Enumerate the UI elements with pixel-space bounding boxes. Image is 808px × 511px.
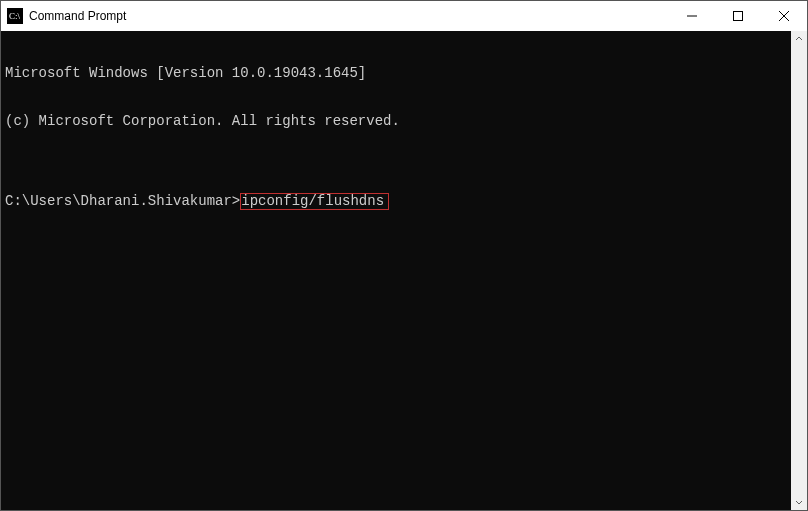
chevron-up-icon [795, 35, 803, 43]
close-icon [779, 11, 789, 21]
terminal-line-version: Microsoft Windows [Version 10.0.19043.16… [5, 65, 787, 81]
vertical-scrollbar[interactable] [791, 31, 807, 510]
minimize-icon [687, 11, 697, 21]
svg-text:C:\: C:\ [9, 11, 21, 21]
entered-command: ipconfig/flushdns [240, 193, 389, 210]
terminal-wrap: Microsoft Windows [Version 10.0.19043.16… [1, 31, 807, 510]
maximize-button[interactable] [715, 1, 761, 31]
terminal-line-copyright: (c) Microsoft Corporation. All rights re… [5, 113, 787, 129]
scroll-up-button[interactable] [793, 33, 805, 45]
terminal-prompt-line: C:\Users\Dharani.Shivakumar>ipconfig/flu… [5, 193, 787, 210]
terminal[interactable]: Microsoft Windows [Version 10.0.19043.16… [1, 31, 791, 510]
window-controls [669, 1, 807, 31]
close-button[interactable] [761, 1, 807, 31]
cmd-icon: C:\ [7, 8, 23, 24]
cmd-window: C:\ Command Prompt [0, 0, 808, 511]
chevron-down-icon [795, 498, 803, 506]
scroll-down-button[interactable] [793, 496, 805, 508]
titlebar[interactable]: C:\ Command Prompt [1, 1, 807, 31]
window-title: Command Prompt [29, 9, 126, 23]
prompt-prefix: C:\Users\Dharani.Shivakumar> [5, 193, 240, 209]
maximize-icon [733, 11, 743, 21]
svg-rect-3 [734, 12, 743, 21]
minimize-button[interactable] [669, 1, 715, 31]
